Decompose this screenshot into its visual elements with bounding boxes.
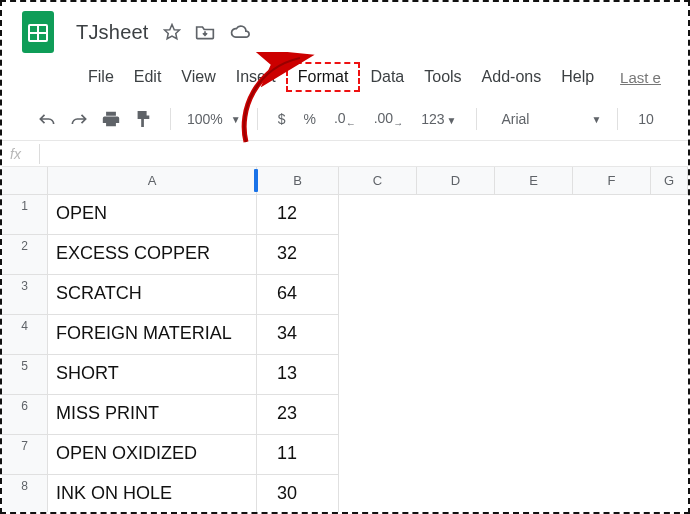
spreadsheet-grid: 1 2 3 4 5 6 7 8 9 OPEN EXCESS COPPER SCR…: [2, 195, 688, 514]
number-format-select[interactable]: 123▼: [417, 111, 460, 127]
cell[interactable]: 64: [257, 275, 339, 315]
cell[interactable]: SCRATCH: [48, 275, 257, 315]
star-icon[interactable]: [163, 23, 181, 41]
cell[interactable]: MISS PRINT: [48, 395, 257, 435]
column-headers: A B C D E F G: [2, 167, 688, 195]
formula-divider: [39, 144, 40, 164]
cell[interactable]: OPEN OXIDIZED: [48, 435, 257, 475]
column-B: 12 32 64 34 13 23 11 30 38: [257, 195, 339, 514]
print-icon[interactable]: [100, 108, 122, 130]
titlebar: TJsheet: [2, 2, 688, 56]
row-header[interactable]: 7: [2, 435, 48, 475]
menu-addons[interactable]: Add-ons: [472, 64, 552, 90]
font-name: Arial: [501, 111, 529, 127]
dec-dec-label: .0: [334, 110, 346, 126]
column-A: OPEN EXCESS COPPER SCRATCH FOREIGN MATER…: [48, 195, 257, 514]
zoom-select[interactable]: 100% ▼: [187, 111, 241, 127]
chevron-down-icon: ▼: [231, 114, 241, 125]
menu-tools[interactable]: Tools: [414, 64, 471, 90]
menu-edit[interactable]: Edit: [124, 64, 172, 90]
col-header-B[interactable]: B: [257, 167, 339, 194]
document-title[interactable]: TJsheet: [76, 21, 149, 44]
format-currency-button[interactable]: $: [274, 111, 290, 127]
cell[interactable]: EXCESS COPPER: [48, 235, 257, 275]
chevron-down-icon: ▼: [446, 115, 456, 126]
col-header-C[interactable]: C: [339, 167, 417, 194]
row-header[interactable]: 8: [2, 475, 48, 514]
title-icons: [163, 23, 251, 41]
separator: [617, 108, 618, 130]
format-percent-button[interactable]: %: [300, 111, 320, 127]
cell[interactable]: 30: [257, 475, 339, 514]
zoom-value: 100%: [187, 111, 223, 127]
cell[interactable]: 34: [257, 315, 339, 355]
row-header[interactable]: 5: [2, 355, 48, 395]
col-header-G[interactable]: G: [651, 167, 688, 194]
cell[interactable]: INK ON HOLE: [48, 475, 257, 514]
decrease-decimal-button[interactable]: .0←: [330, 110, 360, 129]
app-window: TJsheet File Edit View Insert Format Dat…: [2, 2, 688, 512]
svg-marker-4: [164, 25, 179, 39]
col-header-E[interactable]: E: [495, 167, 573, 194]
move-folder-icon[interactable]: [195, 23, 215, 41]
menu-view[interactable]: View: [171, 64, 225, 90]
increase-decimal-button[interactable]: .00→: [370, 110, 407, 129]
font-family-select[interactable]: Arial ▼: [493, 111, 601, 127]
cell[interactable]: FOREIGN MATERIAL: [48, 315, 257, 355]
col-header-F[interactable]: F: [573, 167, 651, 194]
cell[interactable]: SHORT: [48, 355, 257, 395]
separator: [170, 108, 171, 130]
row-header[interactable]: 6: [2, 395, 48, 435]
cell[interactable]: 12: [257, 195, 339, 235]
paint-format-icon[interactable]: [132, 108, 154, 130]
col-header-D[interactable]: D: [417, 167, 495, 194]
select-all-cell[interactable]: [2, 167, 48, 194]
redo-icon[interactable]: [68, 108, 90, 130]
cell[interactable]: 23: [257, 395, 339, 435]
separator: [476, 108, 477, 130]
menu-help[interactable]: Help: [551, 64, 604, 90]
last-edit-link[interactable]: Last e: [620, 69, 661, 86]
menu-data[interactable]: Data: [360, 64, 414, 90]
cell[interactable]: 32: [257, 235, 339, 275]
separator: [257, 108, 258, 130]
cell[interactable]: 11: [257, 435, 339, 475]
fx-label: fx: [10, 146, 21, 162]
menu-format[interactable]: Format: [286, 62, 361, 92]
menu-file[interactable]: File: [78, 64, 124, 90]
row-header[interactable]: 2: [2, 235, 48, 275]
chevron-down-icon: ▼: [591, 114, 601, 125]
row-header[interactable]: 4: [2, 315, 48, 355]
row-header[interactable]: 3: [2, 275, 48, 315]
menu-insert[interactable]: Insert: [226, 64, 286, 90]
row-header[interactable]: 1: [2, 195, 48, 235]
col-header-A[interactable]: A: [48, 167, 257, 194]
row-headers: 1 2 3 4 5 6 7 8 9: [2, 195, 48, 514]
formula-bar[interactable]: fx: [2, 141, 688, 167]
font-size-input[interactable]: 10: [634, 111, 658, 127]
cell[interactable]: 13: [257, 355, 339, 395]
menubar: File Edit View Insert Format Data Tools …: [2, 62, 688, 92]
toolbar: 100% ▼ $ % .0← .00→ 123▼ Arial ▼ 10: [2, 98, 688, 141]
sheets-logo-icon: [20, 8, 56, 56]
dec-inc-label: .00: [374, 110, 393, 126]
numfmt-label: 123: [421, 111, 444, 127]
cell[interactable]: OPEN: [48, 195, 257, 235]
undo-icon[interactable]: [36, 108, 58, 130]
cloud-status-icon[interactable]: [229, 24, 251, 40]
